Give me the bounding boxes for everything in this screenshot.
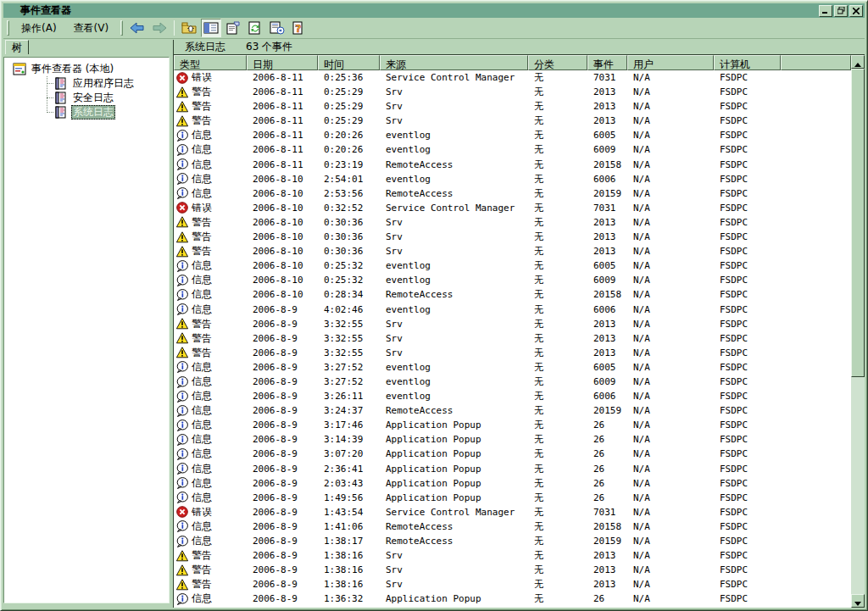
minimize-button[interactable] bbox=[819, 5, 832, 17]
table-row[interactable]: 信息2006-8-93:17:46Application Popup无26N/A… bbox=[174, 418, 851, 432]
table-row[interactable]: 警告2006-8-93:32:55Srv无2013N/AFSDPC bbox=[174, 346, 851, 360]
menu-view[interactable]: 查看(V) bbox=[65, 19, 118, 38]
table-row[interactable]: 警告2006-8-91:38:16Srv无2013N/AFSDPC bbox=[174, 577, 851, 592]
table-row[interactable]: 信息2006-8-93:24:37RemoteAccess无20159N/AFS… bbox=[174, 403, 851, 418]
column-header-time[interactable]: 时间 bbox=[318, 55, 380, 70]
vertical-scrollbar[interactable] bbox=[851, 55, 865, 608]
table-row[interactable]: 警告2006-8-93:32:55Srv无2013N/AFSDPC bbox=[174, 331, 851, 346]
date-cell: 2006-8-10 bbox=[247, 186, 318, 201]
tree-item-application-log[interactable]: 应用程序日志 bbox=[54, 76, 136, 91]
show-tree-button[interactable] bbox=[201, 19, 221, 37]
table-row[interactable]: 信息2006-8-94:02:46eventlog无6006N/AFSDPC bbox=[174, 303, 851, 317]
table-row[interactable]: 信息2006-8-92:36:41Application Popup无26N/A… bbox=[174, 462, 851, 476]
table-row[interactable]: 警告2006-8-100:30:36Srv无2013N/AFSDPC bbox=[174, 244, 851, 258]
table-row[interactable]: 错误2006-8-91:43:54Service Control Manager… bbox=[174, 505, 851, 519]
column-header-computer[interactable]: 计算机 bbox=[714, 55, 781, 70]
scroll-thumb[interactable] bbox=[851, 69, 865, 377]
table-row[interactable]: 警告2006-8-100:30:36Srv无2013N/AFSDPC bbox=[174, 215, 851, 230]
table-row[interactable]: 信息2006-8-91:49:56Application Popup无26N/A… bbox=[174, 491, 851, 505]
help-button[interactable]: ? bbox=[289, 19, 309, 37]
category-cell: 无 bbox=[528, 403, 587, 418]
table-row[interactable]: 信息2006-8-93:27:52eventlog无6009N/AFSDPC bbox=[174, 375, 851, 389]
table-row[interactable]: 信息2006-8-93:26:11eventlog无6006N/AFSDPC bbox=[174, 389, 851, 403]
table-row[interactable]: 信息2006-8-91:38:17RemoteAccess无20159N/AFS… bbox=[174, 534, 851, 548]
source-cell: eventlog bbox=[380, 303, 528, 317]
forward-button[interactable] bbox=[149, 19, 170, 37]
table-row[interactable]: 警告2006-8-100:30:36Srv无2013N/AFSDPC bbox=[174, 230, 851, 244]
tree-item-system-log[interactable]: 系统日志 bbox=[54, 105, 115, 119]
export-list-button[interactable] bbox=[267, 19, 287, 37]
restore-button[interactable] bbox=[834, 5, 848, 17]
user-cell: N/A bbox=[627, 142, 714, 157]
source-cell bbox=[380, 606, 528, 608]
type-cell: 信息 bbox=[174, 158, 247, 172]
type-label: 警告 bbox=[192, 244, 212, 258]
table-row[interactable]: 警告2006-8-110:25:29Srv无2013N/AFSDPC bbox=[174, 99, 851, 114]
tree-item-root[interactable]: 事件查看器 (本地) bbox=[13, 62, 115, 76]
table-row[interactable]: 信息2006-8-100:28:34RemoteAccess无20158N/AF… bbox=[174, 287, 851, 302]
category-cell: 无 bbox=[528, 142, 587, 157]
up-folder-button[interactable] bbox=[179, 19, 199, 37]
menu-action[interactable]: 操作(A) bbox=[13, 19, 65, 38]
type-label: 信息 bbox=[192, 534, 212, 548]
table-row[interactable]: 信息2006-8-93:27:52eventlog无6005N/AFSDPC bbox=[174, 360, 851, 375]
column-header-type[interactable]: 类型 bbox=[174, 55, 247, 70]
time-cell: 1:38:16 bbox=[318, 563, 380, 577]
source-cell: eventlog bbox=[380, 142, 528, 157]
close-button[interactable] bbox=[849, 5, 863, 17]
column-header-user[interactable]: 用户 bbox=[627, 55, 714, 70]
toolbar-grip[interactable] bbox=[7, 20, 9, 36]
table-row[interactable]: 信息2006-8-102:54:01eventlog无6006N/AFSDPC bbox=[174, 172, 851, 186]
table-row[interactable]: 警告2006-8-110:25:29Srv无2013N/AFSDPC bbox=[174, 114, 851, 128]
column-header-event[interactable]: 事件 bbox=[587, 55, 627, 70]
source-cell: Application Popup bbox=[380, 418, 528, 432]
info-icon bbox=[176, 187, 188, 199]
table-row[interactable]: 信息2006-8-110:20:26eventlog无6005N/AFSDPC bbox=[174, 128, 851, 142]
scroll-up-button[interactable] bbox=[851, 55, 865, 69]
filler-cell bbox=[781, 418, 851, 432]
tab-tree[interactable]: 树 bbox=[5, 40, 29, 54]
table-row[interactable]: 警告2006-8-110:25:29Srv无2013N/AFSDPC bbox=[174, 85, 851, 99]
titlebar[interactable]: 事件查看器 bbox=[3, 3, 865, 18]
table-row[interactable]: 信息2006-8-92:03:43Application Popup无26N/A… bbox=[174, 476, 851, 491]
table-row[interactable]: 警告2006-8-91:38:16Srv无2013N/AFSDPC bbox=[174, 563, 851, 577]
table-row[interactable]: 信息2006-8-100:25:32eventlog无6005N/AFSDPC bbox=[174, 258, 851, 273]
column-header-category[interactable]: 分类 bbox=[528, 55, 587, 70]
type-cell: 信息 bbox=[174, 142, 247, 157]
user-cell: N/A bbox=[627, 70, 714, 85]
user-cell: N/A bbox=[627, 128, 714, 142]
event-cell bbox=[587, 606, 627, 608]
table-row[interactable]: 信息2006-8-110:23:19RemoteAccess无20158N/AF… bbox=[174, 158, 851, 172]
error-icon bbox=[176, 202, 188, 214]
type-label: 警告 bbox=[192, 577, 212, 592]
table-row[interactable]: 警告2006-8-91:38:16Srv无2013N/AFSDPC bbox=[174, 548, 851, 563]
table-row[interactable]: 信息 bbox=[174, 606, 851, 608]
time-cell: 1:41:06 bbox=[318, 519, 380, 534]
table-row[interactable]: 警告2006-8-93:32:55Srv无2013N/AFSDPC bbox=[174, 317, 851, 331]
computer-cell: FSDPC bbox=[714, 519, 781, 534]
console-tree-pane[interactable]: 事件查看器 (本地)应用程序日志安全日志系统日志 bbox=[3, 57, 170, 603]
category-cell: 无 bbox=[528, 476, 587, 491]
tree-item-security-log[interactable]: 安全日志 bbox=[54, 91, 115, 105]
info-icon bbox=[176, 376, 188, 388]
refresh-button[interactable] bbox=[245, 19, 265, 37]
user-cell: N/A bbox=[627, 158, 714, 172]
back-button[interactable] bbox=[127, 19, 147, 37]
table-row[interactable]: 错误2006-8-100:32:52Service Control Manage… bbox=[174, 201, 851, 215]
properties-button[interactable] bbox=[223, 19, 243, 37]
table-row[interactable]: 信息2006-8-93:14:39Application Popup无26N/A… bbox=[174, 432, 851, 447]
table-row[interactable]: 信息2006-8-100:25:32eventlog无6009N/AFSDPC bbox=[174, 273, 851, 287]
table-row[interactable]: 信息2006-8-102:53:56RemoteAccess无20159N/AF… bbox=[174, 186, 851, 201]
column-header-source[interactable]: 来源 bbox=[380, 55, 528, 70]
toolbar-grip[interactable] bbox=[120, 20, 123, 36]
time-cell: 3:14:39 bbox=[318, 432, 380, 447]
table-row[interactable]: 信息2006-8-110:20:26eventlog无6009N/AFSDPC bbox=[174, 142, 851, 157]
table-row[interactable]: 信息2006-8-91:41:06RemoteAccess无20158N/AFS… bbox=[174, 519, 851, 534]
table-row[interactable]: 信息2006-8-91:36:32Application Popup无26N/A… bbox=[174, 592, 851, 606]
category-cell: 无 bbox=[528, 346, 587, 360]
table-row[interactable]: 信息2006-8-93:07:20Application Popup无26N/A… bbox=[174, 447, 851, 461]
source-cell: Service Control Manager bbox=[380, 70, 528, 85]
scroll-down-button[interactable] bbox=[851, 594, 865, 608]
table-row[interactable]: 错误2006-8-110:25:36Service Control Manage… bbox=[174, 70, 851, 85]
column-header-date[interactable]: 日期 bbox=[247, 55, 318, 70]
